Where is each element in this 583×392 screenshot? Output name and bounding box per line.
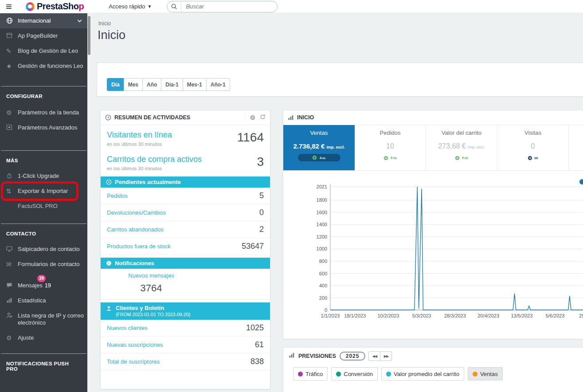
svg-text:1400: 1400 [317,222,327,227]
kpi-visitas[interactable]: Visitas 0 ∞ [497,125,569,170]
legend-conversion[interactable]: Conversión [331,367,378,380]
blocked-user-icon [6,312,18,318]
online-visitors-metric: Visitantes en línea en los últimos 30 mi… [101,125,270,149]
search-box[interactable] [167,1,278,12]
monitor-icon [6,246,18,252]
sidebar-item-1-click-upgrade[interactable]: 1-Click Upgrade [0,169,87,184]
sidebar-item-ajuste[interactable]: ⚙ Ajuste [0,330,87,345]
active-carts-value: 3 [257,155,264,169]
svg-text:1200: 1200 [317,234,327,239]
pagebuilder-icon [6,32,18,39]
svg-text:5/3/2023: 5/3/2023 [412,313,431,318]
kpi-delta: ∞ [528,155,538,161]
search-input[interactable] [181,3,277,10]
plus-circle-icon [455,156,460,161]
forecast-year-button[interactable]: 2025 [340,352,366,361]
clock-icon [105,114,111,121]
dashboard-trends-card: INICIO Ventas 2.736,82 € Imp. excl. +∞ P… [283,110,583,339]
sidebar-item-exportar-importar[interactable]: ⇅ Exportar & Importar [0,184,87,199]
hamburger-menu-icon[interactable]: ≡ [0,0,18,13]
sidebar-item-factusol-pro[interactable]: FactuSOL PRO [0,199,87,214]
svg-text:1/1/2023: 1/1/2023 [321,313,340,318]
online-visitors-link[interactable]: Visitantes en línea [107,130,237,140]
svg-text:800: 800 [319,259,327,264]
svg-text:5/6/2023: 5/6/2023 [546,313,565,318]
new-messages-link[interactable]: Nuevos mensajes [111,272,191,279]
sidebar-item-parametros-tienda[interactable]: ⚙ Parámetros de la tienda [0,105,87,120]
sidebar-item-parametros-avanzados[interactable]: Parámetros Avanzados [0,120,87,135]
svg-text:28/3/2023: 28/3/2023 [444,313,466,318]
devoluciones-value: 0 [259,208,264,217]
forecast-card-header: PREVISIONES 2025 ◀◀ ▶▶ [283,348,583,363]
total-suscriptores-link[interactable]: Total de suscriptores [107,358,250,365]
time-filter-dia[interactable]: Día [107,78,124,91]
forecast-card-title: PREVISIONES [298,353,336,359]
chevron-down-icon [78,18,82,23]
fuera-de-stock-link[interactable]: Productos fuera de stock [107,243,242,250]
time-filter-mes[interactable]: Mes [124,78,143,91]
table-row: Total de suscriptores 838 [101,353,270,370]
sidebar-item-blog-gestion-leo[interactable]: ✎ Blog de Gestión de Leo [0,43,87,59]
legend-trafico[interactable]: Tráfico [293,367,328,380]
card-refresh-icon[interactable] [260,114,266,121]
star-icon: ★ [6,63,18,70]
nuevos-clientes-link[interactable]: Nuevos clientes [107,325,246,331]
bar-chart-icon [288,114,294,121]
sidebar-item-lista-negra[interactable]: Lista negra de IP y correo electrónico [0,308,87,330]
globe-icon [6,17,18,24]
active-carts-sub: en los últimos 30 minutos [107,166,257,171]
kpi-row: Ventas 2.736,82 € Imp. excl. +∞ Pedidos … [283,125,583,171]
table-row: Carritos abandonados 2 [101,221,270,238]
table-row: Devoluciones/Cambios 0 [101,204,270,221]
online-visitors-sub: en los últimos 30 minutos [107,141,237,147]
pedidos-value: 5 [259,191,264,200]
active-carts-link[interactable]: Carritos de compra activos [107,155,257,164]
sidebar-scrollbar-thumb[interactable] [88,16,90,55]
plus-circle-icon [312,155,317,160]
sidebar-item-estadistica[interactable]: Estadística [0,293,87,308]
card-settings-gear-icon[interactable]: ⚙ [250,114,255,121]
previous-year-button[interactable]: ◀◀ [368,351,380,361]
pedidos-link[interactable]: Pedidos [107,192,259,199]
svg-text:10/2/2023: 10/2/2023 [377,313,399,318]
active-carts-metric: Carritos de compra activos en los último… [101,149,270,174]
sidebar-item-mensajes[interactable]: 39 Mensajes19 [0,278,87,293]
kpi-valor-carrito[interactable]: Valor del carrito 273,68 € Imp. excl. +∞ [426,125,497,170]
kpi-delta: +∞ [383,155,397,161]
kpi-pedidos[interactable]: Pedidos 10 +∞ [355,125,426,170]
prestashop-logo[interactable]: PrestaShop [26,1,84,12]
activity-summary-card: RESUMEN DE ACTIVIDADES ⚙ Visitantes en l… [100,110,270,389]
kpi-hidden[interactable] [569,125,583,170]
plus-circle-icon [383,156,388,161]
kpi-ventas[interactable]: Ventas 2.736,82 € Imp. excl. +∞ [283,125,355,170]
sidebar-item-formularios-contacto[interactable]: ✉ Formularios de contacto [0,257,87,272]
person-icon [106,306,112,311]
time-filter-dia-1[interactable]: Día-1 [161,78,183,91]
legend-valor-promedio[interactable]: Valor promedio del carrito [381,367,464,380]
quick-access-dropdown[interactable]: Acceso rápido ▼ [109,3,152,10]
devoluciones-link[interactable]: Devoluciones/Cambios [107,209,259,216]
nuevas-suscripciones-link[interactable]: Nuevas suscripciones [107,341,255,348]
next-year-button[interactable]: ▶▶ [380,351,392,361]
customers-section-header: Clientes y Boletín (FROM 2023-01-01 TO 2… [101,302,270,320]
forecast-card: PREVISIONES 2025 ◀◀ ▶▶ Tráfico Conversió… [283,347,583,392]
legend-ventas[interactable]: Ventas [468,367,503,380]
time-filter-ano[interactable]: Año [142,78,161,91]
sidebar-item-gestion-funciones-leo[interactable]: ★ Gestión de funciones Leo [0,59,87,74]
time-filter-mes-1[interactable]: Mes-1 [183,78,207,91]
svg-text:20/4/2023: 20/4/2023 [477,313,499,318]
sidebar-item-ap-pagebuilder[interactable]: Ap PageBuilder [0,28,87,43]
sidebar-section-notificaciones-push: NOTIFICACIONES PUSH PRO [0,354,87,374]
carritos-abandonados-link[interactable]: Carritos abandonados [107,226,259,233]
sidebar-item-salpicadero-contacto[interactable]: Salpicadero de contacto [0,242,87,257]
notifications-section-header: Notificaciones [101,258,270,269]
svg-text:600: 600 [319,271,327,276]
sidebar-item-internacional[interactable]: Internacional [0,13,87,28]
gear-icon: ⚙ [6,109,18,116]
new-messages-block: Nuevos mensajes 3764 [101,269,270,300]
time-filter-ano-1[interactable]: Año-1 [206,78,230,91]
bar-chart-icon [6,297,18,303]
line-chart-svg: 02004006008001000120014001600180020211/1… [308,180,583,322]
puzzle-icon [6,172,18,179]
nuevas-suscripciones-value: 61 [255,340,264,349]
